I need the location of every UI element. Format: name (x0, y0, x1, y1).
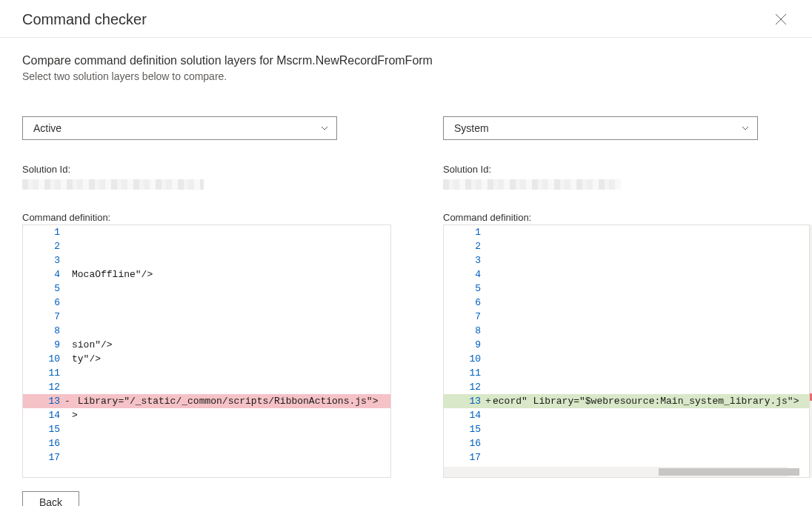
code-line: 3 (444, 253, 809, 267)
code-line: 14> (23, 408, 390, 422)
right-solution-id-label: Solution Id: (443, 164, 812, 175)
code-line: 5 (444, 282, 809, 296)
code-line: 2 (444, 239, 809, 253)
code-line: 14 (444, 408, 809, 422)
right-solution-id-value (443, 179, 621, 190)
code-line: 17 (444, 450, 809, 465)
code-line: 4 (444, 267, 809, 282)
right-definition-label: Command definition: (443, 212, 812, 223)
code-line: 8 (444, 324, 809, 338)
code-line: 11 (23, 366, 390, 380)
intro: Compare command definition solution laye… (0, 38, 812, 82)
code-line: 1 (23, 225, 390, 239)
left-definition-label: Command definition: (22, 212, 391, 223)
chevron-down-icon (741, 124, 750, 133)
intro-subtitle: Select two solution layers below to comp… (22, 70, 790, 82)
code-line: 10ty"/> (23, 352, 390, 366)
code-line: 12 (444, 380, 809, 394)
chevron-down-icon (320, 124, 329, 133)
left-column: Active Solution Id: Command definition: … (22, 116, 391, 478)
right-column: System Solution Id: Command definition: … (443, 116, 812, 478)
code-line: 4MocaOffline"/> (23, 267, 390, 282)
code-line: 16 (444, 436, 809, 450)
intro-title: Compare command definition solution laye… (22, 54, 790, 67)
right-layer-dropdown[interactable]: System (443, 116, 758, 140)
close-icon (775, 13, 787, 25)
right-layer-value: System (454, 122, 489, 134)
code-line: 2 (23, 239, 390, 253)
code-line: 7 (444, 310, 809, 324)
code-line: 5 (23, 282, 390, 296)
code-line: 15 (23, 422, 390, 436)
header: Command checker (0, 0, 812, 38)
scrollbar-thumb[interactable] (659, 468, 799, 476)
left-solution-id-value (22, 179, 204, 190)
code-line: 3 (23, 253, 390, 267)
code-line: 11 (444, 366, 809, 380)
code-line: 9 (444, 338, 809, 352)
code-line: 6 (444, 296, 809, 310)
left-layer-value: Active (33, 122, 61, 134)
code-line: 9sion"/> (23, 338, 390, 352)
left-solution-id-label: Solution Id: (22, 164, 391, 175)
back-button[interactable]: Back (22, 491, 79, 506)
code-line: 6 (23, 296, 390, 310)
code-line-deleted: 13- Library="/_static/_common/scripts/Ri… (23, 394, 390, 408)
horizontal-scrollbar[interactable] (444, 467, 788, 477)
code-line: 16 (23, 436, 390, 450)
code-line: 10 (444, 352, 809, 366)
left-code-box[interactable]: 1 2 3 4MocaOffline"/> 5 6 7 8 9sion"/> 1… (22, 224, 391, 478)
code-line: 1 (444, 225, 809, 239)
code-line: 7 (23, 310, 390, 324)
code-line: 15 (444, 422, 809, 436)
page-title: Command checker (22, 11, 147, 28)
code-line: 17 (23, 450, 390, 465)
right-code-box[interactable]: 1 2 3 4 5 6 7 8 9 10 11 12 13+ecord" Lib… (443, 224, 810, 478)
left-layer-dropdown[interactable]: Active (22, 116, 337, 140)
code-line: 12 (23, 380, 390, 394)
code-line: 8 (23, 324, 390, 338)
close-button[interactable] (772, 10, 790, 28)
code-line-added: 13+ecord" Library="$webresource:Main_sys… (444, 394, 809, 408)
